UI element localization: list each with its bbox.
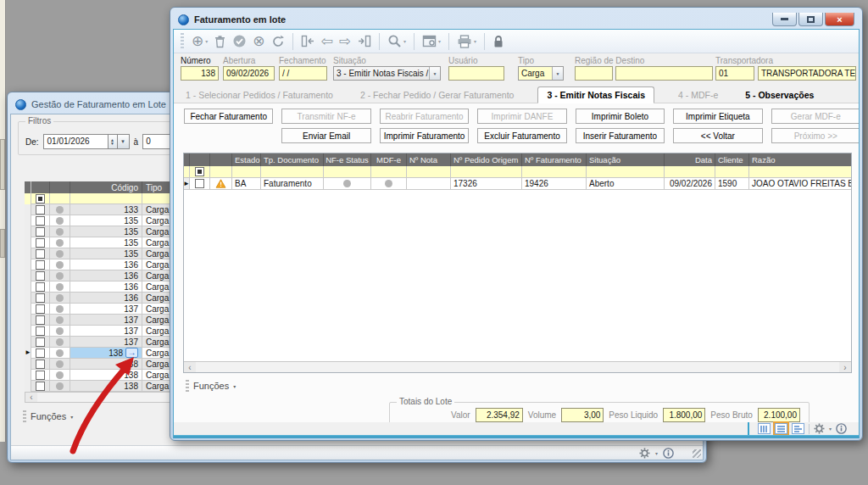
grid-filter-row[interactable] [184,166,851,178]
row-checkbox[interactable] [36,216,45,226]
imprimir-etiqueta-button[interactable]: Imprimir Etiqueta [673,109,762,124]
tipo-combo[interactable]: Carga ▼ [518,66,564,81]
resize-grip[interactable] [693,449,701,458]
view-details-icon[interactable] [792,423,804,434]
row-checkbox[interactable] [36,304,45,314]
info-icon[interactable] [836,423,847,434]
gear-icon[interactable] [814,423,825,434]
reabrir-faturamento-button[interactable]: Reabrir Faturamento [380,109,469,124]
cancel-button[interactable]: ⊗ [253,34,264,48]
numero-field[interactable]: 138 [181,66,219,81]
select-all-checkbox[interactable] [195,167,204,176]
row-checkbox[interactable] [36,227,45,237]
grid-data-row[interactable]: ► BA Faturamento 17326 19426 Aberto 09/0… [184,178,851,190]
col-estado[interactable]: Estado [232,153,261,166]
confirm-button[interactable] [232,34,247,48]
next-record-button[interactable]: ⇨ [339,34,351,48]
col-situacao[interactable]: Situação [587,153,665,166]
spinner-down-icon[interactable]: ▼ [110,142,114,145]
transmitir-nfe-button[interactable]: Transmitir NF-e [281,109,370,124]
imprimir-faturamento-button[interactable]: Imprimir Faturamento [380,128,469,143]
col-nfe-status[interactable]: NF-e Status [324,153,371,166]
maximize-button[interactable] [798,13,823,26]
row-checkbox[interactable] [36,293,45,303]
col-codigo[interactable]: Código [70,181,142,193]
scroll-right-icon[interactable]: › [839,362,851,372]
imprimir-boleto-button[interactable]: Imprimir Boleto [576,109,665,124]
caret-down-icon[interactable]: ▾ [829,426,832,432]
first-record-button[interactable] [301,35,315,47]
title-bar[interactable]: Faturamento em lote × [173,10,860,29]
tab-selecionar-pedidos[interactable]: 1 - Selecionar Pedidos / Faturamento [182,87,337,103]
proximo-button[interactable]: Próximo >> [771,128,860,143]
row-checkbox[interactable] [195,179,204,188]
col-n-nota[interactable]: Nº Nota [407,153,451,166]
row-checkbox[interactable] [36,282,45,292]
imprimir-danfe-button[interactable]: Imprimir DANFE [477,109,566,124]
col-data[interactable]: Data [665,153,715,166]
regiao-desc-field[interactable] [615,66,713,81]
excluir-faturamento-button[interactable]: Excluir Faturamento [477,128,566,143]
row-checkbox[interactable] [36,238,45,248]
date-spinner[interactable]: ▲ ▼ [108,134,118,149]
row-checkbox[interactable] [36,249,45,259]
scroll-left-icon[interactable]: ‹ [25,393,37,402]
view-rows-icon[interactable] [775,423,787,434]
col-n-pedido-origem[interactable]: Nº Pedido Origem [451,153,522,166]
funcoes-button[interactable]: Funções ▾ [16,408,80,425]
row-checkbox[interactable] [36,371,45,380]
select-all-checkbox[interactable] [36,194,45,203]
inserir-faturamento-button[interactable]: Inserir Faturamento [576,128,665,143]
row-checkbox[interactable] [36,271,45,281]
regiao-code-field[interactable] [575,66,613,81]
fechar-faturamento-button[interactable]: Fechar Faturamento [184,109,273,124]
last-record-button[interactable] [357,35,371,47]
row-checkbox[interactable] [36,260,45,270]
tab-observacoes[interactable]: 5 - Observações [742,87,817,103]
gear-icon[interactable] [639,448,650,459]
calendar-dropdown-icon[interactable]: ▼ [118,134,130,149]
info-icon[interactable] [663,448,674,459]
row-checkbox[interactable] [36,360,45,369]
col-razao[interactable]: Razão [749,153,851,166]
print-button[interactable]: ▾ [457,35,476,48]
caret-down-icon[interactable]: ▾ [655,450,658,456]
add-button[interactable]: ⊕▾ [192,34,208,48]
search-button[interactable]: ▾ [387,34,406,48]
settings-button[interactable]: ▾ [422,35,441,47]
fechamento-field[interactable]: / / [279,66,327,81]
funcoes-button[interactable]: Funções ▾ [179,377,242,394]
row-checkbox[interactable] [36,205,45,215]
tab-mdfe[interactable]: 4 - MDF-e [675,87,721,103]
previous-record-button[interactable]: ⇦ [321,34,333,48]
gerar-mdfe-button[interactable]: Gerar MDF-e [771,109,860,124]
delete-button[interactable] [214,35,226,48]
close-button[interactable]: × [825,13,854,26]
scroll-left-icon[interactable]: ‹ [184,362,196,372]
usuario-field[interactable] [448,66,504,81]
date-from-field[interactable]: 01/01/2026 [43,134,108,149]
transportadora-desc-field[interactable]: TRANSPORTADORA TESTE [758,66,856,81]
transportadora-code-field[interactable]: 01 [715,66,754,81]
row-checkbox[interactable] [36,315,45,325]
tab-fechar-pedido[interactable]: 2 - Fechar Pedido / Gerar Faturamento [357,87,518,103]
view-columns-icon[interactable] [758,423,771,434]
col-tp-documento[interactable]: Tp. Documento [261,153,324,166]
minimize-button[interactable] [772,13,797,26]
horizontal-scrollbar[interactable]: ‹ › [184,361,851,372]
situacao-combo[interactable]: 3 - Emitir Notas Fiscais / Aber ▼ [333,66,441,81]
enviar-email-button[interactable]: Enviar Email [281,128,370,143]
abertura-field[interactable]: 09/02/2026 [223,66,275,81]
row-checkbox[interactable] [36,337,45,347]
row-checkbox[interactable] [36,382,45,391]
lock-icon[interactable] [492,35,504,48]
row-checkbox[interactable] [36,348,45,358]
col-cliente[interactable]: Cliente [715,153,749,166]
voltar-button[interactable]: << Voltar [673,128,762,143]
col-n-faturamento[interactable]: Nº Faturamento [522,153,587,166]
col-mdfe[interactable]: MDF-e [371,153,407,166]
tab-emitir-notas-fiscais[interactable]: 3 - Emitir Notas Fiscais [537,86,654,103]
goto-arrow-icon[interactable]: → [125,348,138,358]
refresh-button[interactable] [271,35,285,48]
row-checkbox[interactable] [36,326,45,336]
